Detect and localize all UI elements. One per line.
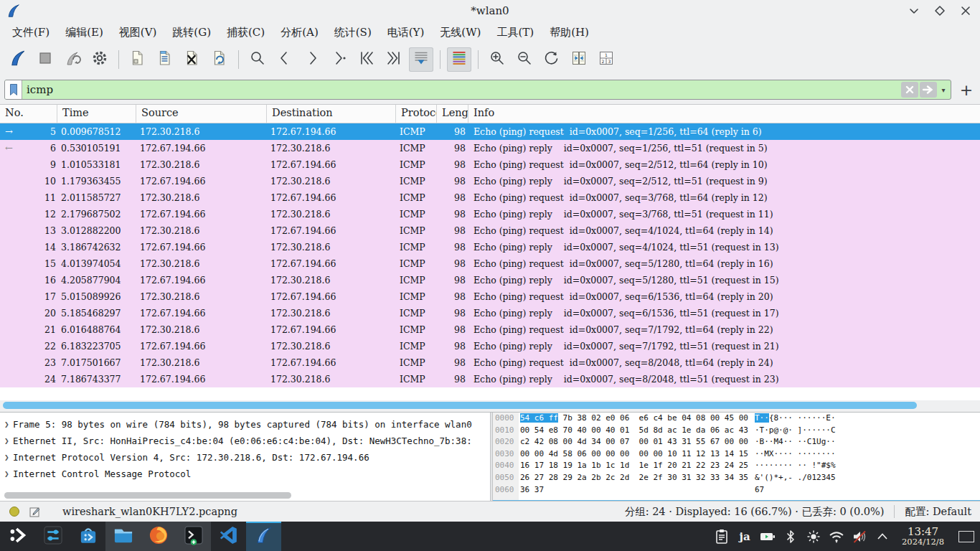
hex-ascii[interactable]: ·B··M4·· ··C1Ug·· <box>755 436 836 448</box>
menu-file[interactable]: 文件(F) <box>4 23 57 42</box>
brightness-icon[interactable] <box>804 527 823 546</box>
hex-bytes[interactable]: 00 00 4d 58 06 00 00 00 00 00 10 11 12 1… <box>520 448 748 461</box>
hex-ascii[interactable]: T··{8··· ······E· <box>755 413 836 425</box>
detail-tree-item[interactable]: ❯Internet Protocol Version 4, Src: 172.3… <box>0 449 490 466</box>
start-capture-button[interactable] <box>6 47 30 72</box>
detail-tree-item[interactable]: ❯Frame 5: 98 bytes on wire (784 bits), 9… <box>0 416 490 433</box>
hex-bytes[interactable]: 54 c6 ff 7b 38 02 e0 06 e6 c4 be 04 08 0… <box>520 413 748 425</box>
go-to-packet-button[interactable] <box>327 47 352 72</box>
taskbar-app-discover[interactable] <box>70 522 105 551</box>
packet-row[interactable]: 226.183223705172.67.194.66172.30.218.6IC… <box>0 338 980 354</box>
capture-options-button[interactable] <box>88 47 112 72</box>
taskbar-app-vscode[interactable] <box>211 522 246 551</box>
filter-dropdown-caret[interactable]: ▾ <box>938 82 948 98</box>
packet-row[interactable]: 237.017501667172.30.218.6172.67.194.66IC… <box>0 354 980 371</box>
scrollbar-thumb[interactable] <box>3 402 917 409</box>
hex-bytes[interactable]: 16 17 18 19 1a 1b 1c 1d 1e 1f 20 21 22 2… <box>520 460 748 472</box>
bluetooth-icon[interactable] <box>781 527 800 546</box>
filter-bookmark-button[interactable] <box>5 80 22 99</box>
hex-ascii[interactable]: 67 <box>755 484 764 496</box>
packet-row[interactable]: 50.009678512172.30.218.6172.67.194.66ICM… <box>0 123 980 140</box>
hex-bytes[interactable]: 26 27 28 29 2a 2b 2c 2d 2e 2f 30 31 32 3… <box>520 472 748 484</box>
packet-row[interactable]: 122.179687502172.67.194.66172.30.218.6IC… <box>0 206 980 222</box>
menu-tools[interactable]: 工具(T) <box>489 23 542 42</box>
hex-bytes[interactable]: c2 42 08 00 4d 34 00 07 00 01 43 31 55 6… <box>520 436 748 448</box>
menu-go[interactable]: 跳转(G) <box>164 23 219 42</box>
detail-tree-item[interactable]: ❯Ethernet II, Src: HonHaiPrecis_c4:be:04… <box>0 433 490 449</box>
filter-add-button[interactable]: + <box>957 80 976 99</box>
packet-row[interactable]: 112.011585727172.30.218.6172.67.194.66IC… <box>0 189 980 206</box>
hex-ascii[interactable]: ··MX···· ········ <box>755 448 836 461</box>
capture-file-name[interactable]: wireshark_wlan0KH7LY2.pcapng <box>62 506 237 517</box>
packet-list-hscrollbar[interactable] <box>0 400 980 410</box>
hex-row[interactable]: 000054 c6 ff 7b 38 02 e0 06 e6 c4 be 04 … <box>493 413 980 425</box>
packet-row[interactable]: 164.205877904172.67.194.66172.30.218.6IC… <box>0 272 980 288</box>
hex-bytes[interactable]: 00 54 e8 70 40 00 40 01 5d 8d ac 1e da 0… <box>520 425 748 437</box>
capture-comment-icon[interactable] <box>29 506 41 518</box>
zoom-reset-button[interactable] <box>540 47 564 72</box>
show-desktop-button[interactable] <box>958 531 974 542</box>
expand-chevron-icon[interactable]: ❯ <box>4 433 9 449</box>
column-header-source[interactable]: Source <box>136 105 267 123</box>
tray-expand-icon[interactable] <box>873 527 892 546</box>
find-packet-button[interactable] <box>245 47 270 72</box>
column-header-no[interactable]: No. <box>0 105 57 123</box>
detail-tree-item[interactable]: ❯Internet Control Message Protocol <box>0 466 490 482</box>
menu-capture[interactable]: 捕获(C) <box>219 23 273 42</box>
display-filter-input[interactable]: icmp ▾ <box>4 80 951 100</box>
input-method-indicator[interactable]: ja <box>735 527 754 546</box>
open-file-button[interactable] <box>126 47 150 72</box>
hex-bytes[interactable]: 36 37 <box>520 484 544 496</box>
column-header-info[interactable]: Info <box>468 105 980 123</box>
taskbar-app-wireshark[interactable] <box>246 522 281 551</box>
column-header-length[interactable]: Length <box>437 105 468 123</box>
expand-chevron-icon[interactable]: ❯ <box>4 466 9 482</box>
resize-columns-button[interactable] <box>567 47 591 72</box>
packet-row[interactable]: 101.179363455172.67.194.66172.30.218.6IC… <box>0 173 980 189</box>
packet-row[interactable]: 143.186742632172.67.194.66172.30.218.6IC… <box>0 239 980 255</box>
filter-apply-button[interactable] <box>920 82 937 98</box>
filter-clear-button[interactable] <box>901 82 918 98</box>
battery-icon[interactable] <box>758 527 777 546</box>
zoom-in-button[interactable] <box>485 47 509 72</box>
hex-row[interactable]: 004016 17 18 19 1a 1b 1c 1d 1e 1f 20 21 … <box>493 460 980 472</box>
hex-ascii[interactable]: &'()*+,- ./012345 <box>755 472 836 484</box>
go-back-button[interactable] <box>273 47 297 72</box>
packet-row[interactable]: 91.010533181172.30.218.6172.67.194.66ICM… <box>0 156 980 173</box>
packet-row[interactable]: 154.013974054172.30.218.6172.67.194.66IC… <box>0 255 980 272</box>
expert-info-icon[interactable] <box>9 506 20 517</box>
packet-row[interactable]: 205.185468297172.67.194.66172.30.218.6IC… <box>0 305 980 321</box>
minimize-button[interactable] <box>907 4 921 18</box>
zoom-out-button[interactable] <box>512 47 537 72</box>
clock[interactable]: 13:47 2024/12/8 <box>902 527 944 547</box>
packet-row[interactable]: 216.016488764172.30.218.6172.67.194.66IC… <box>0 321 980 338</box>
menu-wireless[interactable]: 无线(W) <box>432 23 489 42</box>
column-header-protocol[interactable]: Protocol <box>396 105 437 123</box>
packet-row[interactable]: 175.015089926172.30.218.6172.67.194.66IC… <box>0 288 980 305</box>
taskbar-app-firefox[interactable] <box>141 522 176 551</box>
go-forward-button[interactable] <box>300 47 324 72</box>
close-button[interactable] <box>958 4 973 18</box>
menu-edit[interactable]: 编辑(E) <box>57 23 111 42</box>
hex-ascii[interactable]: ·T·p@·@· ]······C <box>755 425 836 437</box>
restart-capture-button[interactable] <box>60 47 85 72</box>
volume-muted-icon[interactable] <box>850 527 869 546</box>
column-header-time[interactable]: Time <box>57 105 136 123</box>
packet-row[interactable]: 247.186743377172.67.194.66172.30.218.6IC… <box>0 371 980 387</box>
maximize-button[interactable] <box>933 4 947 18</box>
column-header-destination[interactable]: Destination <box>267 105 396 123</box>
stop-capture-button[interactable] <box>33 47 57 72</box>
menu-help[interactable]: 帮助(H) <box>542 23 597 42</box>
taskbar-app-app-launcher[interactable] <box>0 522 35 551</box>
details-hscrollbar[interactable] <box>4 492 291 499</box>
wifi-icon[interactable] <box>827 527 846 546</box>
expand-chevron-icon[interactable]: ❯ <box>4 416 9 433</box>
go-first-button[interactable] <box>354 47 379 72</box>
taskbar-app-system-settings[interactable] <box>35 522 70 551</box>
menu-statistics[interactable]: 统计(S) <box>326 23 380 42</box>
packet-row[interactable]: 133.012882200172.30.218.6172.67.194.66IC… <box>0 222 980 239</box>
hex-row[interactable]: 003000 00 4d 58 06 00 00 00 00 00 10 11 … <box>493 448 980 461</box>
menu-view[interactable]: 视图(V) <box>111 23 165 42</box>
profile-label[interactable]: 配置: Default <box>905 505 980 519</box>
hex-row[interactable]: 006036 3767 <box>493 484 980 496</box>
